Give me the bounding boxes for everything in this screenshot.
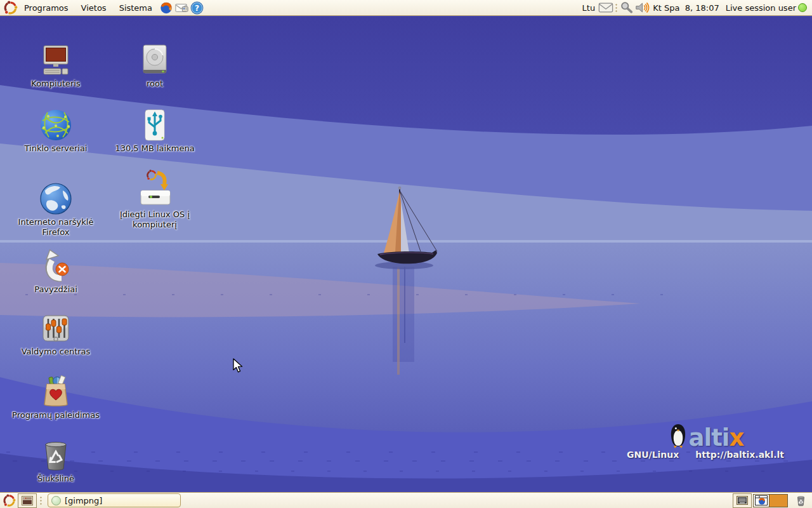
desktop-icon-firefox[interactable]: Interneto naršyklė Firefox: [8, 180, 103, 238]
usb-drive-icon: [138, 107, 172, 142]
baltix-tagline: GNU/Linux http://baltix.akl.lt: [627, 450, 784, 460]
app-install-bag-icon: [39, 373, 73, 409]
desktop-icon-label: Įdiegti Linux OS į kompiuterį: [108, 210, 201, 231]
user-switcher[interactable]: Live session user: [723, 3, 798, 13]
firefox-window-miniature: [755, 495, 768, 505]
mail-notification-icon[interactable]: [598, 0, 613, 16]
desktop-icon-pavyzdziai[interactable]: Pavyzdžiai: [8, 248, 103, 295]
desktop-icon-label: Programų paleidimas: [12, 410, 100, 420]
desktop-icon-label: 130,5 MB laikmena: [115, 144, 194, 154]
examples-link-icon: [39, 248, 73, 283]
desktop-icon-valdymo-centras[interactable]: Valdymo centras: [8, 310, 103, 357]
user-status-icon[interactable]: [798, 3, 807, 12]
install-system-icon: [132, 169, 178, 208]
desktop-icon-tinklo-serveriai[interactable]: Tinklo serveriai: [8, 107, 103, 154]
menu-programos[interactable]: Programos: [18, 0, 75, 16]
desktop-icon-kompiuteris[interactable]: Kompiuteris: [8, 42, 103, 89]
window-icon: [51, 496, 61, 505]
volume-icon[interactable]: [634, 0, 650, 16]
mouse-cursor: [232, 358, 246, 373]
keyboard-layout-indicator[interactable]: Ltu: [579, 3, 599, 13]
control-center-icon: [39, 310, 73, 345]
desktop-icon-label: Valdymo centras: [22, 347, 91, 357]
desktop-icon-label: Kompiuteris: [31, 79, 80, 89]
desktop-icon-label: root: [147, 79, 163, 89]
show-desktop-button[interactable]: [18, 493, 37, 508]
desktop-icon-siuksline[interactable]: Šiukšlinė: [8, 437, 103, 484]
tray-window-button[interactable]: [733, 493, 752, 508]
window-title: [gimpng]: [65, 496, 102, 505]
mail-launcher-icon[interactable]: [174, 0, 189, 16]
desktop-icon-label: Šiukšlinė: [37, 474, 74, 484]
web-browser-globe-icon: [39, 180, 73, 216]
harddisk-icon: [138, 42, 172, 77]
network-servers-icon: [39, 107, 73, 142]
desktop-icon-install-linux[interactable]: Įdiegti Linux OS į kompiuterį: [107, 169, 202, 231]
baltix-logo-text: alti: [689, 427, 730, 448]
desktop-icon-programu-paleidimas[interactable]: Programų paleidimas: [8, 373, 103, 420]
screenshot-window-icon: [737, 496, 748, 505]
top-panel: Programos Vietos Sistema ? Ltu: [0, 0, 812, 16]
window-list-separator: [39, 495, 43, 506]
show-desktop-icon: [22, 496, 33, 505]
help-launcher-icon[interactable]: ?: [189, 0, 204, 16]
clock[interactable]: Kt Spa 8, 18:07: [650, 3, 723, 13]
baltix-logo-x: x: [730, 427, 744, 448]
baltix-bottom-logo-icon[interactable]: [1, 493, 16, 508]
panel-trash-icon[interactable]: [793, 493, 808, 508]
tray-separator: [615, 3, 618, 13]
search-tool-icon[interactable]: [619, 0, 634, 16]
workspace-2-active[interactable]: [769, 495, 787, 507]
menu-sistema[interactable]: Sistema: [113, 0, 159, 16]
desktop-icon-label: Tinklo serveriai: [25, 144, 88, 154]
window-list-item[interactable]: [gimpng]: [48, 493, 181, 507]
baltix-penguin-icon: [667, 423, 689, 448]
desktop-icon-usb-media[interactable]: 130,5 MB laikmena: [107, 107, 202, 154]
computer-icon: [39, 42, 73, 77]
desktop: Kompiuteris: [0, 17, 812, 491]
baltix-logo: alti x: [667, 423, 744, 448]
workspace-switcher[interactable]: [753, 494, 788, 507]
desktop-icon-label: Interneto naršyklė Firefox: [10, 217, 102, 238]
baltix-branding: alti x GNU/Linux http://baltix.akl.lt: [627, 423, 784, 460]
firefox-launcher-icon[interactable]: [159, 0, 174, 16]
svg-text:?: ?: [194, 3, 199, 12]
menu-vietos[interactable]: Vietos: [75, 0, 113, 16]
workspace-1[interactable]: [754, 495, 769, 507]
baltix-menu-logo-icon[interactable]: [3, 0, 18, 16]
trash-icon: [39, 437, 73, 472]
desktop-icon-root[interactable]: root: [107, 42, 202, 89]
bottom-panel: [gimpng]: [0, 492, 812, 508]
desktop-icon-label: Pavyzdžiai: [34, 284, 77, 295]
